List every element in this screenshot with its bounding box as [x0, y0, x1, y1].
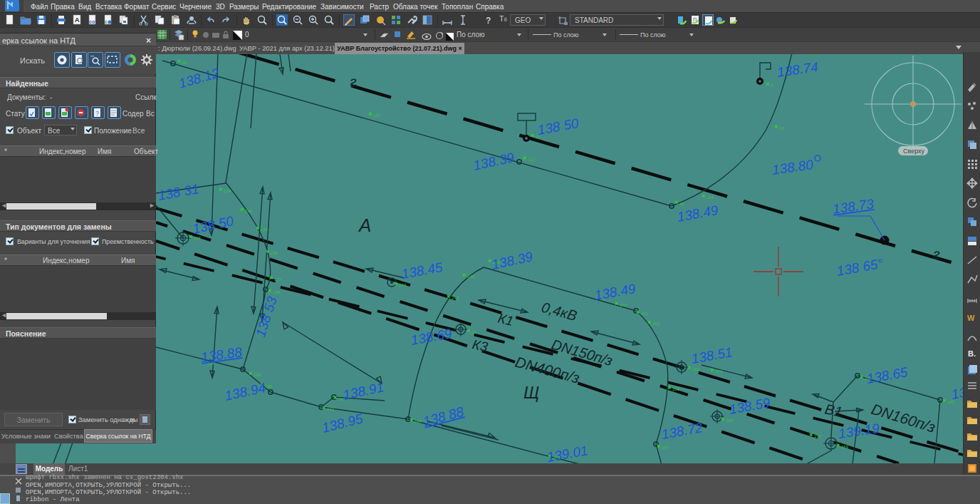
svg-text:165: 165	[726, 418, 734, 423]
svg-text:Сверху: Сверху	[903, 148, 925, 155]
svg-text:146: 146	[452, 296, 459, 300]
svg-text:152: 152	[652, 322, 660, 326]
svg-text:164: 164	[715, 369, 723, 374]
svg-text:135: 135	[261, 227, 269, 232]
svg-text:co: co	[89, 19, 95, 24]
svg-text:Щ: Щ	[523, 383, 539, 402]
svg-text:148: 148	[467, 274, 475, 279]
svg-text:13: 13	[779, 126, 784, 130]
svg-text:157: 157	[662, 446, 669, 450]
svg-text:?: ?	[486, 16, 491, 26]
svg-text:04: 04	[182, 61, 187, 65]
svg-text:114: 114	[707, 195, 714, 200]
svg-text:110: 110	[373, 113, 380, 118]
svg-text:140: 140	[265, 384, 273, 389]
svg-text:15: 15	[679, 202, 684, 206]
svg-text:139: 139	[254, 373, 261, 377]
svg-text:137: 137	[274, 277, 282, 282]
svg-text:138: 138	[273, 290, 281, 294]
svg-text:B.: B.	[968, 349, 976, 358]
svg-text:A: A	[75, 16, 80, 24]
svg-text:134: 134	[224, 189, 231, 193]
svg-text:163: 163	[692, 367, 700, 371]
svg-text:156: 156	[672, 387, 680, 391]
svg-text:134: 134	[245, 209, 253, 213]
svg-text:116: 116	[194, 236, 201, 240]
svg-text:112: 112	[528, 158, 535, 162]
svg-text:144: 144	[415, 419, 422, 423]
svg-text:150: 150	[620, 303, 627, 307]
svg-text:13: 13	[950, 385, 963, 402]
svg-text:c: c	[105, 19, 108, 24]
svg-text:14: 14	[471, 330, 476, 334]
svg-text:158: 158	[814, 434, 822, 438]
svg-text:W: W	[967, 314, 975, 322]
svg-text:159: 159	[841, 445, 849, 449]
svg-text:143: 143	[399, 283, 407, 287]
svg-text:142: 142	[327, 407, 335, 411]
svg-text:151: 151	[641, 312, 648, 316]
svg-text:П: П	[693, 17, 697, 22]
svg-text:136: 136	[271, 251, 278, 255]
svg-text:А: А	[358, 215, 371, 236]
svg-text:?: ?	[95, 110, 99, 117]
